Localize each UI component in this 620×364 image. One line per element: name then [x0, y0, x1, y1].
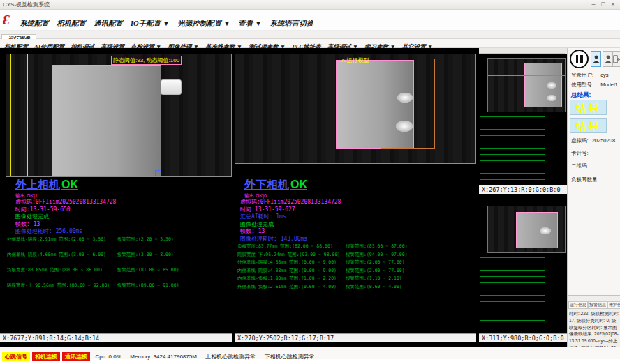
menu-item[interactable]: 光源控制配置 ▼: [177, 19, 230, 29]
highlight-blob: [547, 95, 556, 101]
highlight-blob: [397, 93, 413, 103]
stats-tab[interactable]: 运行信息: [568, 301, 588, 309]
thumbnail-tab[interactable]: 上相机画面图: [506, 53, 536, 54]
highlight-blob: [540, 227, 551, 234]
measurement-row: 外侧基线-隔膜:2.91mm 范围:(2.00 ~ 3.50) 报警范围:(2.…: [7, 236, 233, 252]
menu-item[interactable]: 系统配置: [20, 19, 49, 29]
roi-corner-mark: [155, 170, 161, 176]
info-line: 帧数: 13: [240, 228, 341, 236]
camera-name: 外上相机: [15, 179, 60, 190]
menu-item[interactable]: 系统语言切换: [270, 19, 313, 29]
camera-result: OK: [290, 179, 307, 190]
thumbnail-view-ng[interactable]: [487, 58, 566, 112]
measurement-row: 隔膜宽度-下:95.24mm 范围:(93.00 ~ 98.00) 报警范围:(…: [237, 252, 476, 260]
calibration-line: [27, 54, 28, 176]
status-badges: 心跳信号相机连接通讯连接: [2, 349, 92, 361]
menu-item[interactable]: IO手配置 ▼: [131, 19, 170, 29]
model-row: 使用型号: Model1: [571, 82, 618, 89]
virtual-code-label: 虚拟码:: [571, 137, 589, 144]
heartbeat-msg-lower: 下相机心跳检测异常: [265, 354, 315, 360]
camera-view-upper[interactable]: 静态阈值:93, 动态阈值:100: [6, 54, 232, 177]
user-gear-icon: [605, 55, 612, 63]
info-line: 图像处理耗时: 256.00ms: [15, 228, 116, 236]
info-line: 图像处理耗时: 143.00ms: [240, 236, 341, 243]
baseline: [488, 222, 565, 222]
stats-panel: 运行信息报警信息维护信息 耗时: 222, 级联检测耗时: 17, 级联分类耗时…: [568, 295, 620, 347]
status-badge: 通讯连接: [62, 352, 90, 361]
measurement-row: 外侧基线-隔膜:4.38mm 范围:(0.00 ~ 9.00) 报警范围:(2.…: [237, 259, 476, 268]
cpu-usage: Cpu: 0.0%: [95, 354, 121, 360]
thumbnail-view-latest[interactable]: [487, 206, 566, 253]
measurement-row: 内侧基线-隔膜:4.60mm 范围:(3.00 ~ 6.00) 报警范围:(3.…: [7, 252, 233, 267]
result-box-upper: 结果: [570, 100, 607, 115]
inspected-cell: [516, 212, 558, 248]
camera-view-lower[interactable]: AI运行模型: [235, 54, 476, 164]
user-icon: [593, 55, 600, 63]
status-badge: 心跳信号: [2, 352, 30, 361]
baseline: [6, 91, 231, 91]
info-line: 虚拟码:0FFIiim20250208133134728: [15, 199, 116, 206]
thumbnail-tab[interactable]: NG画面显示: [479, 53, 506, 54]
info-line: 帧数: 13: [15, 221, 116, 229]
thumbnail-latest-pixel-status: X:311;Y:980;R:0;G:0;B:0: [479, 333, 567, 342]
close-button[interactable]: ×: [608, 0, 618, 9]
control-sidebar: 登录用户: cys 使用型号: Model1 总结果: 结果 结果 虚拟码: 2…: [567, 48, 620, 347]
memory-usage: Memory: 3424.41796875M: [130, 354, 197, 360]
baseline: [488, 79, 565, 79]
thumbnail-result-text: [480, 116, 545, 181]
exit-button[interactable]: [612, 51, 620, 67]
camera-upper-pixel-status: X:7677;Y:891;R:14;G:14;B:14: [0, 333, 232, 342]
camera-lower-measurements: 负极宽度:83.77mm 范围:(82.00 ~ 88.00) 报警范围:(83…: [237, 243, 476, 291]
maximize-button[interactable]: □: [598, 0, 608, 9]
login-user-value: cys: [600, 72, 608, 78]
info-line: 虚拟码:0FFIiim20250208133134728: [240, 199, 341, 206]
highlight-blob: [396, 121, 413, 132]
thumbnail-tabs: NG画面显示上相机画面图下相机画面图: [479, 48, 567, 54]
measurement-row: 外侧基线-负极:2.61mm 范围:(0.60 ~ 4.00) 报警范围:(0.…: [237, 284, 476, 292]
info-line: 时间:13-31-59-627: [240, 206, 341, 214]
menu-items: 系统配置相机配置通讯配置IO手配置 ▼光源控制配置 ▼查看 ▼系统语言切换: [20, 16, 321, 29]
camera-upper-result-title: 外上相机OK 输出:OK|1: [15, 178, 78, 199]
toolbar: 相机配置AI使用配置相机调试高级设置点检设置 ▼图像处理 ▼基准线参数 ▼测试项…: [0, 39, 620, 48]
window-controls: –□×: [589, 0, 618, 10]
menu-item[interactable]: 查看 ▼: [238, 19, 262, 29]
app-logo-icon: Ɛ: [3, 13, 17, 28]
virtual-code-value: 20250208: [592, 137, 615, 144]
calibration-line: [10, 54, 11, 176]
baseline: [488, 75, 565, 76]
pin-number-label: 卡针号:: [571, 150, 589, 157]
minimize-button[interactable]: –: [589, 0, 598, 9]
info-line: 图像处理完成: [15, 213, 116, 221]
thumbnail-tab[interactable]: 下相机画面图: [536, 53, 565, 54]
pause-button[interactable]: [570, 50, 589, 68]
stats-tabs: 运行信息报警信息维护信息: [568, 296, 620, 309]
highlight-blob: [547, 82, 556, 89]
tab-strip: 运行图像: [0, 31, 620, 39]
stats-tab[interactable]: 维护信息: [607, 301, 620, 309]
threshold-overlay: 静态阈值:93, 动态阈值:100: [111, 56, 182, 65]
baseline: [6, 96, 231, 96]
menu-item[interactable]: 通讯配置: [94, 19, 123, 29]
title-bar: CYS-视觉检测系统 –□×: [0, 0, 620, 10]
camera-lower-pixel-status: X:270;Y:2502;R:17;G:17;B:17: [235, 333, 476, 342]
measurement-row: 负极宽度:83.05mm 范围:(80.00 ~ 86.00) 报警范围:(81…: [7, 267, 233, 282]
info-line: 图像处理完成: [240, 221, 341, 229]
tab-connector: [161, 79, 182, 95]
camera-result: OK: [61, 179, 78, 190]
measurement-row: 隔膜宽度-上:90.56mm 范围:(88.00 ~ 92.00) 报警范围:(…: [7, 282, 233, 298]
window-title: CYS-视觉检测系统: [3, 1, 50, 8]
status-badge: 相机连接: [32, 352, 60, 361]
inspected-cell: [52, 65, 161, 177]
model-value: Model1: [600, 82, 618, 88]
menu-item[interactable]: 相机配置: [57, 19, 86, 29]
qr-code-label: 二维码:: [571, 162, 589, 169]
login-user-row: 登录用户: cys: [571, 72, 608, 79]
operator-login-button[interactable]: [591, 51, 601, 67]
stats-tab[interactable]: 报警信息: [588, 301, 607, 309]
total-result-label: 总结果:: [571, 91, 591, 100]
thumbnail-result-text: [480, 257, 545, 321]
baseline: [235, 84, 475, 84]
camera-name: 外下相机: [244, 179, 289, 190]
engineer-login-button[interactable]: [603, 51, 613, 67]
baseline: [235, 89, 475, 89]
